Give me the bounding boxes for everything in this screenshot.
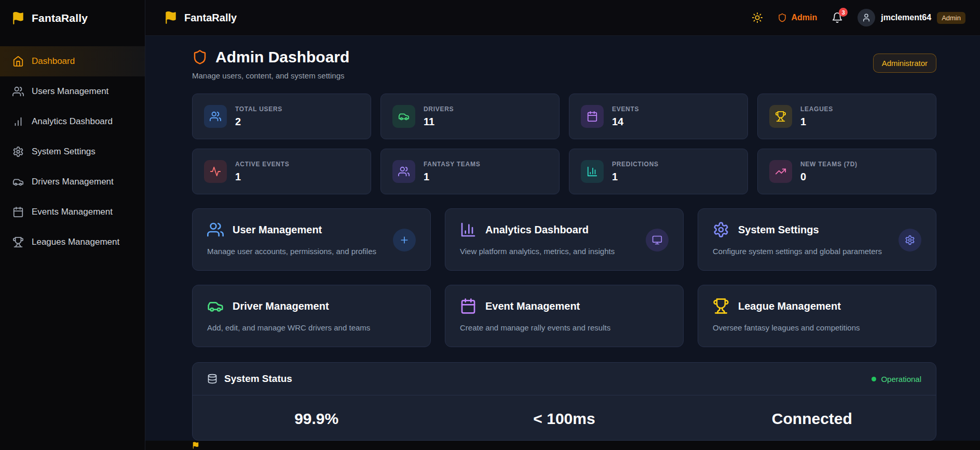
sidebar-item-label: Users Management <box>32 86 108 97</box>
sidebar-item-label: Analytics Dashboard <box>32 116 113 127</box>
metric-response-time: < 100ms <box>440 410 688 428</box>
administrator-badge: Administrator <box>873 54 936 73</box>
users-icon <box>204 105 227 128</box>
stat-value: 11 <box>424 116 454 128</box>
car-icon <box>12 176 24 188</box>
admin-link-label: Admin <box>791 13 817 22</box>
metric-database-status: Connected <box>688 410 936 428</box>
stat-card-new-teams: NEW TEAMS (7D) 0 <box>757 149 936 194</box>
trophy-icon <box>769 105 792 128</box>
open-analytics-button[interactable] <box>646 229 669 252</box>
user-menu[interactable]: jmclement64 Admin <box>857 9 965 27</box>
stat-label: DRIVERS <box>424 105 454 113</box>
stat-card-fantasy-teams: FANTASY TEAMS 1 <box>380 149 560 194</box>
calendar-icon <box>581 105 604 128</box>
brand-name: FantaRally <box>32 12 88 24</box>
sidebar-logo: FantaRally <box>0 0 145 36</box>
trophy-icon <box>713 298 729 314</box>
status-label: Operational <box>881 375 921 383</box>
car-icon <box>392 105 415 128</box>
username: jmclement64 <box>881 13 931 22</box>
management-grid: User Management Manage user accounts, pe… <box>192 208 936 347</box>
user-role-badge: Admin <box>937 12 965 24</box>
card-user-management[interactable]: User Management Manage user accounts, pe… <box>192 208 431 271</box>
sidebar-nav: Dashboard Users Management Analytics Das… <box>0 36 145 257</box>
card-title: Event Management <box>485 300 580 312</box>
add-user-button[interactable] <box>393 229 416 252</box>
card-event-management[interactable]: Event Management Create and manage rally… <box>445 285 684 347</box>
theme-toggle-button[interactable] <box>752 12 763 23</box>
stat-label: TOTAL USERS <box>235 105 282 113</box>
stat-value: 14 <box>612 116 639 128</box>
flag-icon <box>192 442 199 449</box>
sidebar-item-label: Leagues Management <box>32 237 119 247</box>
stat-card-leagues: LEAGUES 1 <box>757 94 936 139</box>
sidebar-item-users-management[interactable]: Users Management <box>0 76 145 107</box>
stat-card-events: EVENTS 14 <box>569 94 748 139</box>
database-icon <box>207 374 217 384</box>
stat-label: ACTIVE EVENTS <box>235 161 289 168</box>
car-icon <box>207 298 224 314</box>
card-title: System Settings <box>738 224 819 236</box>
card-title: User Management <box>233 224 322 236</box>
calendar-icon <box>12 206 24 218</box>
stat-label: FANTASY TEAMS <box>424 161 480 168</box>
plus-icon <box>399 235 410 245</box>
home-icon <box>12 56 24 67</box>
topbar: FantaRally Admin 3 jmclem <box>145 0 980 36</box>
page-content: Admin Dashboard Manage users, content, a… <box>145 36 980 441</box>
notifications-button[interactable]: 3 <box>832 12 843 23</box>
card-description: Create and manage rally events and resul… <box>460 323 669 332</box>
flag-icon <box>11 11 25 25</box>
sidebar-item-label: Drivers Management <box>32 177 114 187</box>
user-icon <box>862 13 871 22</box>
monitor-icon <box>652 235 662 245</box>
stat-value: 1 <box>800 116 833 128</box>
sidebar-item-drivers-management[interactable]: Drivers Management <box>0 167 145 197</box>
footer <box>145 441 980 450</box>
stat-label: NEW TEAMS (7D) <box>800 161 857 168</box>
stat-card-active-events: ACTIVE EVENTS 1 <box>192 149 371 194</box>
card-title: League Management <box>738 300 841 312</box>
admin-link[interactable]: Admin <box>778 13 817 22</box>
card-analytics-dashboard[interactable]: Analytics Dashboard View platform analyt… <box>445 208 684 271</box>
stat-value: 0 <box>800 171 857 183</box>
users-icon <box>207 221 224 238</box>
card-system-settings[interactable]: System Settings Configure system setting… <box>698 208 936 271</box>
card-description: Add, edit, and manage WRC drivers and te… <box>207 323 416 332</box>
flag-icon <box>164 11 178 24</box>
card-description: Configure system settings and global par… <box>713 247 921 256</box>
bar-chart-icon <box>581 160 604 183</box>
sidebar-item-leagues-management[interactable]: Leagues Management <box>0 227 145 257</box>
system-status-card: System Status Operational 99.9% < 100ms … <box>192 362 936 441</box>
open-settings-button[interactable] <box>899 229 921 252</box>
topbar-title: FantaRally <box>184 12 237 24</box>
stat-value: 2 <box>235 116 282 128</box>
topbar-brand: FantaRally <box>164 11 237 24</box>
avatar <box>857 9 875 27</box>
stat-card-drivers: DRIVERS 11 <box>380 94 560 139</box>
card-league-management[interactable]: League Management Oversee fantasy league… <box>698 285 936 347</box>
stat-value: 1 <box>235 171 289 183</box>
stat-card-predictions: PREDICTIONS 1 <box>569 149 748 194</box>
main-area: FantaRally Admin 3 jmclem <box>145 0 980 450</box>
notification-badge: 3 <box>839 8 848 17</box>
sidebar-item-system-settings[interactable]: System Settings <box>0 137 145 167</box>
card-driver-management[interactable]: Driver Management Add, edit, and manage … <box>192 285 431 347</box>
sidebar-item-analytics-dashboard[interactable]: Analytics Dashboard <box>0 107 145 137</box>
trending-up-icon <box>769 160 792 183</box>
users-icon <box>392 160 415 183</box>
stat-value: 1 <box>424 171 480 183</box>
sidebar-item-dashboard[interactable]: Dashboard <box>0 46 145 76</box>
status-metrics: 99.9% < 100ms Connected <box>193 395 936 440</box>
metric-uptime: 99.9% <box>193 410 440 428</box>
stat-card-total-users: TOTAL USERS 2 <box>192 94 371 139</box>
activity-icon <box>204 160 227 183</box>
card-description: Manage user accounts, permissions, and p… <box>207 247 416 256</box>
sidebar-item-label: Events Management <box>32 207 113 217</box>
stat-value: 1 <box>612 171 659 183</box>
system-status-title: System Status <box>224 373 292 385</box>
page-title: Admin Dashboard <box>215 48 349 66</box>
page-subtitle: Manage users, content, and system settin… <box>192 71 349 80</box>
sidebar-item-events-management[interactable]: Events Management <box>0 197 145 227</box>
